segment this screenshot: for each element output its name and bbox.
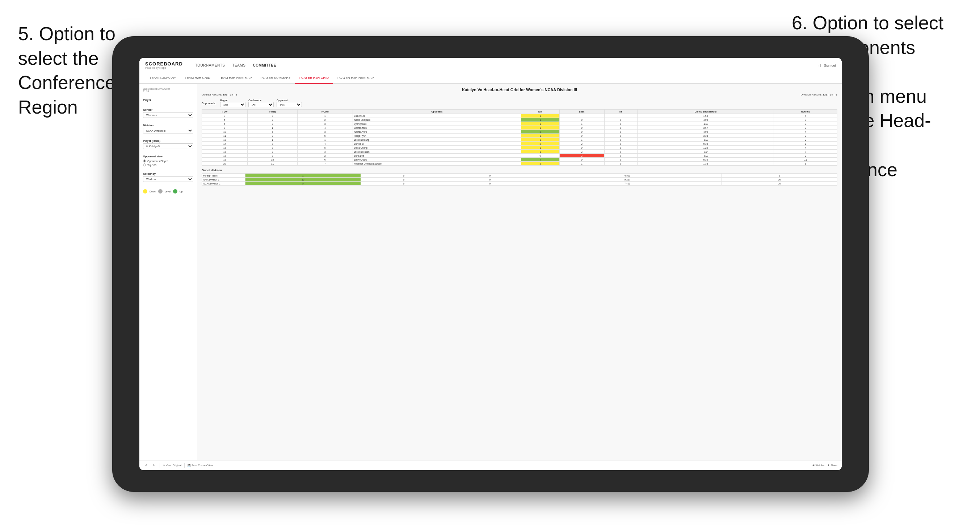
ood-diff: 9.267: [533, 178, 722, 182]
legend-level-dot: [158, 189, 162, 194]
subnav-team-h2h-heatmap[interactable]: TEAM H2H HEATMAP: [215, 73, 256, 84]
table-row: 20 11 7 Federica Domecq Lacroze 2 1 0 1.…: [202, 162, 837, 166]
region-filter-select[interactable]: (All): [220, 102, 245, 107]
td-loss: [559, 114, 604, 118]
td-diff: -1.00: [637, 122, 774, 126]
overall-record-label: Overall Record:: [202, 93, 222, 96]
td-opponent: Euna Lee: [353, 154, 521, 158]
td-conf: 7: [298, 162, 353, 166]
td-diff: 0.30: [637, 158, 774, 162]
td-conf: 2: [298, 118, 353, 122]
sidebar-opponent-view-section: Opponent view Opponents Played Top 100: [143, 155, 193, 167]
subnav-player-h2h-grid[interactable]: PLAYER H2H GRID: [295, 73, 333, 84]
sign-out-link[interactable]: Sign out: [824, 63, 836, 67]
td-div: 13: [202, 138, 248, 142]
player-rank-select[interactable]: 8. Katelyn Vo: [143, 143, 193, 149]
colour-by-select[interactable]: Win/loss: [143, 176, 193, 182]
undo-button[interactable]: ↺: [144, 464, 149, 468]
td-rounds: 4: [774, 114, 837, 118]
td-rounds: 7: [774, 150, 837, 154]
app-logo-sub: Powered by clippd: [145, 67, 183, 70]
td-win: 4: [521, 158, 559, 162]
subnav-team-summary[interactable]: TEAM SUMMARY: [145, 73, 180, 84]
td-reg: 2: [248, 154, 298, 158]
conference-filter-group: Conference (All): [248, 99, 274, 107]
table-row: 10 6 3 Andrea York 2 0 0 4.00 4: [202, 130, 837, 134]
table-row: 16 2 3 Jessica Mason 1 2 0 -0.94 7: [202, 150, 837, 154]
view-original-button[interactable]: ⊙ View: Original: [163, 464, 181, 467]
td-reg: 2: [248, 118, 298, 122]
nav-committee[interactable]: COMMITTEE: [253, 62, 276, 69]
td-div: 10: [202, 130, 248, 134]
subnav-player-h2h-heatmap[interactable]: PLAYER H2H HEATMAP: [333, 73, 378, 84]
th-opponent: Opponent: [353, 110, 521, 114]
th-diff: Diff Av Strokes/Rnd: [637, 110, 774, 114]
opponent-played-option[interactable]: Opponents Played: [143, 160, 193, 162]
toolbar-right: 👁 Watch ▾ ⬆ Share: [812, 464, 837, 467]
td-conf: 3: [298, 150, 353, 154]
td-div: 20: [202, 162, 248, 166]
gender-select[interactable]: Women's: [143, 112, 193, 118]
subnav-player-summary[interactable]: PLAYER SUMMARY: [256, 73, 295, 84]
sidebar-division-section: Division NCAA Division III: [143, 124, 193, 133]
table-row: 15 8 5 Stella Cheng 1 0 0 1.25 4: [202, 146, 837, 150]
td-rounds: 3: [774, 126, 837, 130]
td-div: 18: [202, 154, 248, 158]
td-diff: 1.33: [637, 162, 774, 166]
td-diff: -0.94: [637, 150, 774, 154]
td-win: 1: [521, 150, 559, 154]
opponent-filter-select[interactable]: (All): [277, 102, 302, 107]
td-diff: 4.00: [637, 130, 774, 134]
watch-button[interactable]: 👁 Watch ▾: [812, 464, 825, 467]
opponent-filter-label: Opponent: [277, 99, 302, 102]
td-div: 14: [202, 142, 248, 146]
opponent-filter-group: Opponent (All): [277, 99, 302, 107]
td-rounds: 9: [774, 142, 837, 146]
td-rounds: 6: [774, 162, 837, 166]
ood-tie: 0: [447, 182, 533, 186]
view-original-icon: ⊙: [163, 464, 165, 467]
td-loss: 2: [559, 150, 604, 154]
td-conf: 3: [298, 130, 353, 134]
td-tie: 0: [604, 130, 637, 134]
region-filter-group: Region (All): [220, 99, 245, 107]
td-tie: 0: [604, 122, 637, 126]
td-loss: 0: [559, 158, 604, 162]
th-tie: Tie: [604, 110, 637, 114]
tablet: SCOREBOARD Powered by clippd TOURNAMENTS…: [112, 36, 869, 492]
radio-played-indicator: [143, 160, 146, 162]
td-win: 2: [521, 142, 559, 146]
subnav-team-h2h-grid[interactable]: TEAM H2H GRID: [180, 73, 215, 84]
td-tie: 0: [604, 158, 637, 162]
td-reg: 7: [248, 142, 298, 146]
ood-rounds: 2: [722, 174, 837, 178]
main-nav: TOURNAMENTS TEAMS COMMITTEE: [195, 62, 276, 69]
td-rounds: 2: [774, 154, 837, 158]
share-button[interactable]: ⬆ Share: [827, 464, 837, 467]
td-conf: 6: [298, 158, 353, 162]
share-icon: ⬆: [827, 464, 830, 467]
td-opponent: Eunice Yi: [353, 142, 521, 146]
td-win: 1: [521, 126, 559, 130]
conference-filter-select[interactable]: (All): [248, 102, 274, 107]
nav-teams[interactable]: TEAMS: [232, 62, 245, 69]
watch-icon: 👁: [812, 464, 815, 467]
top-100-option[interactable]: Top 100: [143, 163, 193, 167]
sidebar-gender-section: Gender Women's: [143, 108, 193, 118]
save-custom-view-button[interactable]: 💾 Save Custom View: [188, 464, 213, 467]
table-row: 9 1 4 Sharon Mun 1 0 0 3.67 3: [202, 126, 837, 130]
bottom-toolbar: ↺ ↻ ⊙ View: Original 💾 Save Custom View …: [139, 460, 842, 470]
td-tie: 0: [604, 146, 637, 150]
td-rounds: 3: [774, 122, 837, 126]
gender-label: Gender: [143, 108, 193, 111]
td-win: 0: [521, 154, 559, 158]
redo-button[interactable]: ↻: [152, 464, 157, 468]
td-loss: 0: [559, 130, 604, 134]
td-win: 1: [521, 114, 559, 118]
division-select[interactable]: NCAA Division III: [143, 128, 193, 133]
td-opponent: Andrea York: [353, 130, 521, 134]
td-div: 15: [202, 146, 248, 150]
td-reg: 8: [248, 146, 298, 150]
nav-tournaments[interactable]: TOURNAMENTS: [195, 62, 225, 69]
td-rounds: 3: [774, 118, 837, 122]
